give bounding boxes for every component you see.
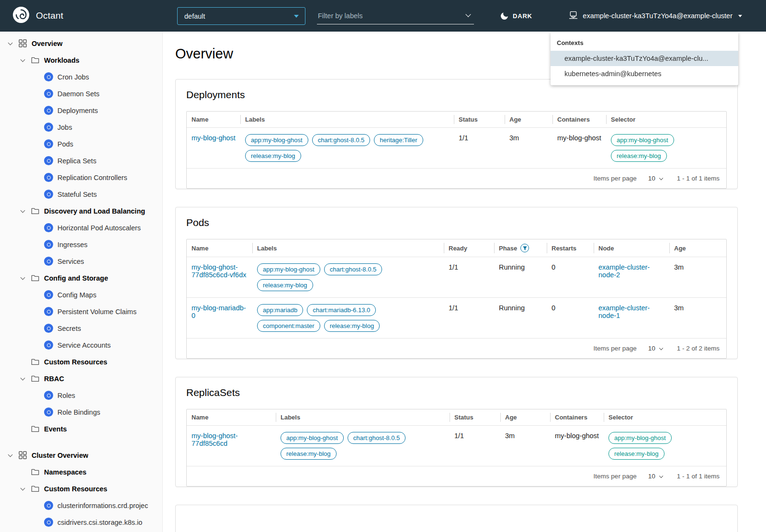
chevron-down-icon[interactable]: [19, 378, 26, 380]
sidebar-item-daemon-sets[interactable]: Daemon Sets: [0, 85, 162, 102]
sidebar-nav: OverviewWorkloadsCron JobsDaemon SetsDep…: [0, 35, 162, 531]
chevron-down-icon[interactable]: [465, 11, 471, 17]
sidebar-item-horizontal-pod-autoscalers[interactable]: Horizontal Pod Autoscalers: [0, 219, 162, 236]
sidebar-item-clusterinformations-crd-projec[interactable]: clusterinformations.crd.projec: [0, 497, 162, 514]
sidebar-item-jobs[interactable]: Jobs: [0, 119, 162, 136]
page-size-select[interactable]: 10: [648, 345, 663, 352]
label-badge[interactable]: component:master: [257, 320, 320, 332]
sidebar-item-discovery-and-load-balancing[interactable]: Discovery and Load Balancing: [0, 203, 162, 219]
sidebar-item-config-and-storage[interactable]: Config and Storage: [0, 270, 162, 286]
label-badge[interactable]: release:my-blog: [281, 448, 337, 460]
sidebar-item-pods[interactable]: Pods: [0, 136, 162, 152]
card-deployments: DeploymentsNameLabelsStatusAgeContainers…: [175, 79, 738, 189]
sidebar-item-workloads[interactable]: Workloads: [0, 52, 162, 68]
label-badge[interactable]: app:my-blog-ghost: [281, 432, 344, 444]
chevron-down-icon[interactable]: [19, 277, 26, 279]
pagination-range: 1 - 2 of 2 items: [677, 345, 720, 352]
resource-icon: [44, 223, 53, 232]
sidebar-item-events[interactable]: Events: [0, 420, 162, 437]
chevron-down-icon[interactable]: [6, 454, 14, 456]
theme-toggle[interactable]: DARK: [501, 0, 532, 32]
card-pods: PodsNameLabelsReadyPhaseRestartsNodeAgem…: [175, 207, 738, 359]
resource-icon: [44, 139, 53, 148]
sidebar-item-replication-controllers[interactable]: Replication Controllers: [0, 169, 162, 186]
sidebar-item-label: clusterinformations.crd.projec: [57, 502, 148, 509]
resource-link[interactable]: my-blog-mariadb-0: [192, 304, 248, 319]
resource-link[interactable]: my-blog-ghost-77df85c6cd-vf6dx: [192, 263, 248, 279]
label-badge[interactable]: release:my-blog: [245, 150, 301, 162]
context-item-kubernetes-admin-kubernetes[interactable]: kubernetes-admin@kubernetes: [551, 66, 738, 81]
sidebar-item-rbac[interactable]: RBAC: [0, 370, 162, 387]
label-badge[interactable]: app:my-blog-ghost: [611, 134, 674, 146]
sidebar-item-persistent-volume-claims[interactable]: Persistent Volume Claims: [0, 303, 162, 320]
namespace-select[interactable]: default: [177, 7, 305, 25]
label-badge[interactable]: app:my-blog-ghost: [245, 134, 308, 146]
chevron-down-icon[interactable]: [19, 210, 26, 212]
label-badge[interactable]: app:my-blog-ghost: [257, 263, 320, 275]
sidebar-item-label: Replica Sets: [57, 157, 96, 165]
chevron-down-icon[interactable]: [19, 488, 26, 490]
sidebar-item-custom-resources[interactable]: Custom Resources: [0, 353, 162, 370]
resource-link[interactable]: example-cluster-node-1: [598, 304, 665, 319]
cell-text: my-blog-ghost: [557, 134, 601, 142]
label-badge[interactable]: release:my-blog: [608, 448, 665, 460]
label-badge[interactable]: release:my-blog: [611, 150, 667, 162]
data-table: NameLabelsStatusAgeContainersSelectormy-…: [186, 111, 727, 189]
sidebar-item-config-maps[interactable]: Config Maps: [0, 286, 162, 303]
sidebar-item-stateful-sets[interactable]: Stateful Sets: [0, 186, 162, 203]
label-badge[interactable]: release:my-blog: [324, 320, 380, 332]
label-badge[interactable]: chart:ghost-8.0.5: [312, 134, 371, 146]
sidebar-item-services[interactable]: Services: [0, 253, 162, 270]
sidebar-item-roles[interactable]: Roles: [0, 387, 162, 404]
column-header-status: Status: [454, 112, 505, 127]
cell-ready: 1/1: [444, 257, 494, 297]
resource-icon: [44, 518, 53, 527]
resource-link[interactable]: my-blog-ghost-77df85c6cd: [192, 432, 271, 447]
column-header-label: Ready: [449, 245, 467, 252]
sidebar-item-deployments[interactable]: Deployments: [0, 102, 162, 119]
pagination-footer: Items per page101 - 1 of 1 items: [187, 168, 726, 188]
sidebar-item-secrets[interactable]: Secrets: [0, 320, 162, 337]
label-badge[interactable]: app:my-blog-ghost: [608, 432, 672, 444]
page-size-select[interactable]: 10: [648, 175, 663, 182]
filter-funnel-icon[interactable]: [520, 244, 529, 252]
label-filter-input[interactable]: [318, 12, 452, 20]
select-caret-icon: [294, 15, 299, 18]
column-header-label: Name: [192, 414, 208, 421]
label-badge[interactable]: app:mariadb: [257, 304, 303, 316]
cell-name: my-blog-ghost-77df85c6cd: [187, 426, 276, 466]
context-item-example-cluster-ka3tutzyo4a-example-clu[interactable]: example-cluster-ka3TuTzYo4a@example-clu.…: [551, 51, 738, 66]
sidebar-item-role-bindings[interactable]: Role Bindings: [0, 404, 162, 420]
folder-icon: [31, 357, 40, 366]
page-size-select[interactable]: 10: [648, 473, 663, 480]
chevron-down-icon[interactable]: [19, 59, 26, 61]
contexts-dropdown-items: example-cluster-ka3TuTzYo4a@example-clu.…: [551, 51, 738, 81]
label-badge[interactable]: chart:mariadb-6.13.0: [307, 304, 376, 316]
sidebar-item-label: Overview: [32, 40, 63, 47]
column-header-label: Age: [509, 116, 521, 123]
sidebar-item-namespaces[interactable]: Namespaces: [0, 464, 162, 480]
sidebar-item-ingresses[interactable]: Ingresses: [0, 236, 162, 253]
cell-age: 3m: [669, 298, 726, 338]
sidebar-item-overview[interactable]: Overview: [0, 35, 162, 52]
column-header-label: Age: [674, 245, 686, 252]
sidebar-item-cron-jobs[interactable]: Cron Jobs: [0, 68, 162, 85]
resource-link[interactable]: example-cluster-node-2: [598, 263, 665, 279]
context-selector-button[interactable]: example-cluster-ka3TuTzYo4a@example-clus…: [569, 0, 742, 32]
label-badge[interactable]: chart:ghost-8.0.5: [348, 432, 406, 444]
sidebar-item-csidrivers-csi-storage-k8s-io[interactable]: csidrivers.csi.storage.k8s.io: [0, 514, 162, 531]
sidebar-item-cluster-overview[interactable]: Cluster Overview: [0, 447, 162, 464]
sidebar-item-replica-sets[interactable]: Replica Sets: [0, 152, 162, 169]
chevron-down-icon[interactable]: [6, 43, 14, 45]
label-badge[interactable]: chart:ghost-8.0.5: [324, 263, 383, 275]
sidebar-item-service-accounts[interactable]: Service Accounts: [0, 337, 162, 353]
label-badge[interactable]: release:my-blog: [257, 279, 313, 291]
chevron-down-icon: [659, 346, 663, 350]
resource-icon: [44, 407, 53, 417]
card-title: ReplicaSets: [186, 387, 727, 398]
resource-link[interactable]: my-blog-ghost: [192, 134, 236, 142]
resource-icon: [44, 156, 53, 165]
label-badge[interactable]: heritage:Tiller: [374, 134, 423, 146]
sidebar-item-custom-resources[interactable]: Custom Resources: [0, 480, 162, 497]
column-header-restarts: Restarts: [547, 239, 594, 257]
